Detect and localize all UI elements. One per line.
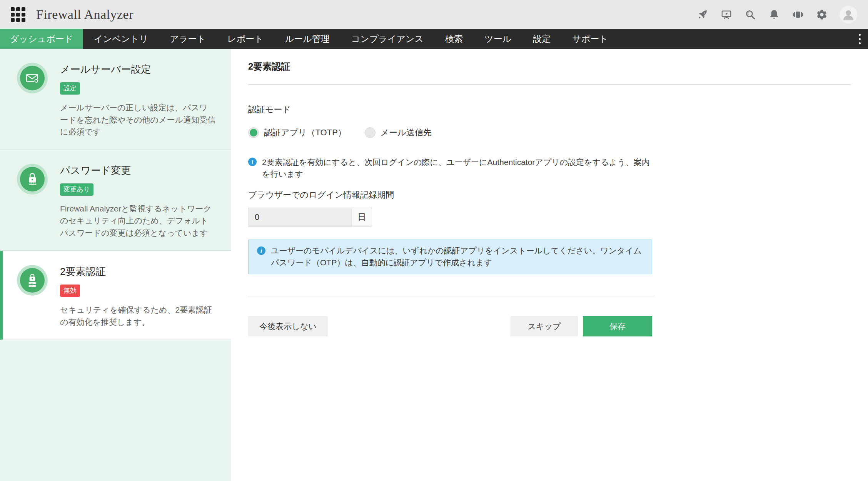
password-change-icon: **** bbox=[20, 167, 45, 191]
skip-button[interactable]: スキップ bbox=[511, 316, 578, 336]
firewall-analyzer-app: Firewall Analyzer bbox=[0, 0, 868, 481]
card-title: パスワード変更 bbox=[60, 164, 215, 177]
nav-tab-rule-management[interactable]: ルール管理 bbox=[274, 29, 341, 49]
radio-email-destination[interactable]: メール送信先 bbox=[365, 127, 432, 138]
status-badge: 設定 bbox=[60, 82, 80, 95]
nav-tab-reports[interactable]: レポート bbox=[217, 29, 274, 49]
status-badge: 無効 bbox=[60, 285, 80, 297]
status-badge: 変更あり bbox=[60, 183, 93, 196]
unit-days-label: 日 bbox=[352, 208, 372, 227]
divider bbox=[248, 84, 851, 85]
user-avatar[interactable] bbox=[840, 6, 857, 23]
sidebar-card-mail-server[interactable]: メールサーバー設定 設定 メールサーバーの正しい設定は、パスワードを忘れた際やそ… bbox=[0, 49, 231, 150]
two-factor-auth-icon bbox=[20, 268, 45, 293]
setup-sidebar: メールサーバー設定 設定 メールサーバーの正しい設定は、パスワードを忘れた際やそ… bbox=[0, 49, 231, 481]
app-launcher-grid-icon[interactable] bbox=[11, 7, 25, 22]
radio-circle[interactable] bbox=[248, 127, 259, 138]
kebab-menu-icon[interactable] bbox=[851, 29, 868, 49]
remember-duration-row: 日 bbox=[248, 208, 851, 227]
app-title: Firewall Analyzer bbox=[36, 7, 134, 22]
radio-circle[interactable] bbox=[365, 127, 376, 138]
main-nav: ダッシュボード インベントリ アラート レポート ルール管理 コンプライアンス … bbox=[0, 29, 868, 49]
card-description: メールサーバーの正しい設定は、パスワードを忘れた際やその他のメール通知受信に必須… bbox=[60, 102, 215, 138]
search-icon[interactable] bbox=[744, 8, 756, 21]
card-title: メールサーバー設定 bbox=[60, 63, 215, 76]
remember-duration-input[interactable] bbox=[248, 208, 352, 227]
action-buttons: 今後表示しない スキップ 保存 bbox=[248, 316, 652, 336]
totp-info-note: ! 2要素認証を有効にすると、次回ログインの際に、ユーザーにAuthentica… bbox=[248, 156, 656, 180]
divider bbox=[248, 296, 655, 296]
nav-tab-tools[interactable]: ツール bbox=[474, 29, 522, 49]
page-title: 2要素認証 bbox=[248, 60, 851, 73]
mobile-app-icon[interactable] bbox=[792, 8, 804, 21]
sidebar-card-two-factor[interactable]: 2要素認証 無効 セキュリティを確保するため、2要素認証の有効化を推奨します。 bbox=[0, 251, 231, 340]
sidebar-card-password-change[interactable]: **** パスワード変更 変更あり Firewall Analyzerと監視する… bbox=[0, 150, 231, 251]
remember-duration-label: ブラウザーでのログイン情報記録期間 bbox=[248, 189, 851, 201]
nav-tab-support[interactable]: サポート bbox=[561, 29, 619, 49]
mail-server-settings-icon bbox=[20, 66, 45, 90]
authenticator-info-box: i ユーザーのモバイルデバイスには、いずれかの認証アプリをインストールしてくださ… bbox=[248, 240, 652, 274]
nav-tab-inventory[interactable]: インベントリ bbox=[83, 29, 159, 49]
header-actions bbox=[696, 6, 860, 23]
rocket-icon[interactable] bbox=[696, 8, 709, 21]
notifications-bell-icon[interactable] bbox=[768, 8, 780, 21]
two-factor-settings-panel: 2要素認証 認証モード 認証アプリ（TOTP） メール送信先 ! 2要素認証を有… bbox=[231, 49, 868, 481]
settings-gear-icon[interactable] bbox=[816, 8, 828, 21]
card-description: セキュリティを確保するため、2要素認証の有効化を推奨します。 bbox=[60, 304, 215, 328]
save-button[interactable]: 保存 bbox=[583, 316, 652, 336]
auth-mode-radio-group: 認証アプリ（TOTP） メール送信先 bbox=[248, 127, 851, 138]
top-header: Firewall Analyzer bbox=[0, 0, 868, 29]
nav-tab-compliance[interactable]: コンプライアンス bbox=[341, 29, 434, 49]
info-icon: i bbox=[257, 246, 265, 255]
info-icon: ! bbox=[248, 158, 257, 166]
card-description: Firewall Analyzerと監視するネットワークのセキュリティ向上のため… bbox=[60, 203, 215, 239]
auth-mode-label: 認証モード bbox=[248, 104, 851, 115]
nav-tab-search[interactable]: 検索 bbox=[434, 29, 474, 49]
demo-video-icon[interactable] bbox=[720, 8, 733, 21]
nav-tab-settings[interactable]: 設定 bbox=[522, 29, 561, 49]
dont-show-again-button[interactable]: 今後表示しない bbox=[248, 316, 328, 336]
card-title: 2要素認証 bbox=[60, 265, 215, 278]
nav-tab-dashboard[interactable]: ダッシュボード bbox=[0, 29, 83, 49]
radio-totp-app[interactable]: 認証アプリ（TOTP） bbox=[248, 127, 346, 138]
nav-tab-alerts[interactable]: アラート bbox=[159, 29, 217, 49]
